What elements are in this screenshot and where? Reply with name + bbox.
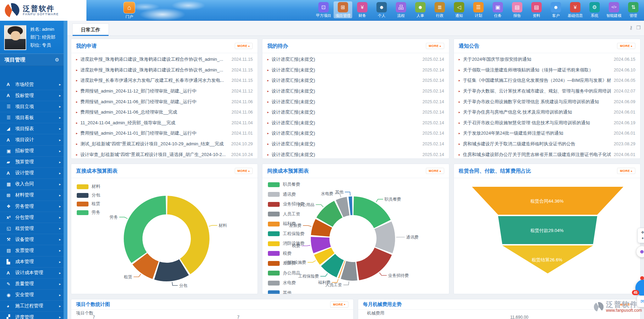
more-button[interactable]: MORE▸ <box>617 43 635 49</box>
list-item[interactable]: ▸设计进度汇报(未提交)2025.02.14 <box>267 118 444 128</box>
list-item[interactable]: ▸于征集《中国建筑施工行业信息化发展报告（2024）—BIM应用与发展》材料..… <box>459 75 635 86</box>
list-item[interactable]: ▸设计进度汇报(未提交)2025.02.14 <box>267 139 444 149</box>
nav-item-5[interactable]: 品流程 <box>392 1 410 18</box>
nav-item-7[interactable]: ≣行政 <box>430 1 449 18</box>
nav-item-12[interactable]: ▤资料 <box>527 1 546 18</box>
list-item[interactable]: ▸进度款申报_长春市伊通河水力发电厂改建工程_长春市伊通河水力发电...2024… <box>76 75 253 86</box>
message-button[interactable]: ✉ <box>637 296 644 307</box>
list-item[interactable]: ▸费用报销_admin_2024-11-12_部门经理审批_胡建,_运行中202… <box>76 86 253 97</box>
sidebar-item-3[interactable]: ☰项目立项▸ <box>0 101 64 112</box>
nav-item-label: 行政 <box>430 13 449 18</box>
tab-daily-work[interactable]: 日常工作 <box>72 23 109 36</box>
sidebar-item-13[interactable]: x²分包管理▸ <box>0 212 64 223</box>
sidebar-item-label: 安全管理 <box>15 292 34 298</box>
nav-item-4[interactable]: ☻个人 <box>372 1 391 18</box>
bullet-icon: ▸ <box>267 89 269 93</box>
nav-item-14[interactable]: ¥基础信息 <box>566 1 585 18</box>
list-item[interactable]: ▸设计审查_彭祖新城"四馆"景观工程设计项目_请选择_胡广生_2024-10-2… <box>76 149 253 159</box>
panel-my-applications: 我的申请 MORE▸ ▸进度款申报_珠海鹤港口建设_珠海鹤港口建设工程合作协议书… <box>71 39 258 159</box>
list-item[interactable]: ▸费用报销_admin_2024-11-06_部门经理审批_胡建,_运行中202… <box>76 96 253 107</box>
more-button[interactable]: MORE▸ <box>235 168 253 174</box>
nav-item-3[interactable]: ¥财务 <box>353 1 372 18</box>
list-item[interactable]: ▸设计进度汇报(未提交)2025.02.14 <box>267 107 444 118</box>
sidebar-item-14[interactable]: ◱租赁管理▸ <box>0 223 64 234</box>
list-item[interactable]: ▸进度款申报_珠海鹤港口建设_珠海鹤港口建设工程合作协议书_admin_...2… <box>76 65 253 76</box>
sidebar-item-16[interactable]: ▤发票管理▸ <box>0 245 64 256</box>
nav-item-17[interactable]: ⇅管理 <box>624 1 643 18</box>
list-item[interactable]: ▸设计进度汇报(未提交)2025.02.14 <box>267 54 444 65</box>
list-item[interactable]: ▸费用报销_admin_2024-11-06_总经理审批__完成2024.11.… <box>76 107 253 118</box>
list-item[interactable]: ▸设计进度汇报(未提交)2025.02.14 <box>267 65 444 76</box>
more-button[interactable]: MORE▸ <box>426 43 444 49</box>
list-item[interactable]: ▸关于领取一级注册建造师增项贴的通知（须持一建证书前来领取）2024.06.10 <box>459 65 635 76</box>
nav-item-2[interactable]: ⊞项目管理 <box>334 1 352 18</box>
list-item[interactable]: ▸费用报销_admin_2024-11-01_部门经理审批_胡建,_运行中202… <box>76 128 253 139</box>
fanpu-watermark-icon <box>594 302 604 312</box>
callout-label: 职员餐费 <box>385 197 401 202</box>
sidebar-item-1[interactable]: A市场经营▸ <box>0 79 64 90</box>
sidebar-item-2[interactable]: A投标管理▸ <box>0 90 64 101</box>
list-item[interactable]: ▸设计进度汇报(未提交)2025.02.14 <box>267 149 444 159</box>
sidebar-item-label: 项目看板 <box>15 115 34 121</box>
list-item[interactable]: ▸关于召开市政公用设施智慧化管理 信息技术与应用培训班的通知2024.06.19 <box>459 118 635 128</box>
list-item[interactable]: ▸设计进度汇报(未提交)2025.02.14 <box>267 96 444 107</box>
nav-item-9[interactable]: ☰计划 <box>469 1 488 18</box>
sidebar-item-6[interactable]: A项目设计▸ <box>0 134 64 145</box>
list-item[interactable]: ▸关于举办市政公用设施数字化管理信息 系统建设与应用培训班的通知2024.06.… <box>459 96 635 107</box>
more-button[interactable]: MORE▸ <box>617 168 635 174</box>
list-item[interactable]: ▸11_2024-11-04_admin_经营部_领导审批__完成2024.11… <box>76 118 253 128</box>
sidebar-item-10[interactable]: ▦收入合同▸ <box>0 179 64 190</box>
lease-icon: ◱ <box>7 226 15 231</box>
list-item[interactable]: ▸设计进度汇报(未提交)2025.02.14 <box>267 128 444 139</box>
sidebar-item-18[interactable]: A设计成本管理▸ <box>0 268 64 279</box>
sidebar-item-11[interactable]: ⊞材料管理▸ <box>0 190 64 201</box>
nav-item-10[interactable]: ▣任务 <box>488 1 507 18</box>
sidebar-item-20[interactable]: ◉安全管理▸ <box>0 290 64 301</box>
nav-item-15[interactable]: ⚙系统 <box>585 1 604 18</box>
list-item[interactable]: ▸关于2024年国庆节放假安排的通知2024.06.15 <box>459 54 635 65</box>
sidebar-item-19[interactable]: ✎质量管理▸ <box>0 279 64 290</box>
list-item[interactable]: ▸关于举办住房与房地产信息化 技术及应用培训班的通知2024.06.01 <box>459 107 635 118</box>
key-icon[interactable]: ⚷ <box>629 25 633 30</box>
legend-item: 通讯费 <box>268 192 305 197</box>
list-item[interactable]: ▸关于发放2024年第24批一级建造师注册证书的通知2024.06.01 <box>459 128 635 139</box>
quality-icon: ✎ <box>7 281 15 287</box>
more-button[interactable]: MORE▸ <box>330 301 348 308</box>
callout-line <box>376 199 383 202</box>
nav-item-6[interactable]: ☻人事 <box>411 1 430 18</box>
nav-item-8[interactable]: ◁通知 <box>450 1 468 18</box>
list-item[interactable]: ▸进度款申报_珠海鹤港口建设_珠海鹤港口建设工程合作协议书_admin_...2… <box>76 54 253 65</box>
callout-line <box>380 273 387 276</box>
sidebar-item-15[interactable]: ⚒设备管理▸ <box>0 234 64 245</box>
sidebar-item-9[interactable]: A设计管理▸ <box>0 168 64 179</box>
sidebar-item-4[interactable]: ☰项目看板▸ <box>0 112 64 123</box>
list-item-date: 2024.11.06 <box>232 99 253 104</box>
fullscreen-icon[interactable]: ❒ <box>636 25 641 30</box>
sidebar-item-5[interactable]: ◢项目报表▸ <box>0 123 64 134</box>
list-item-text: 于征集《中国建筑施工行业信息化发展报告（2024）—BIM应用与发展》材料... <box>463 77 611 84</box>
nav-item-portal[interactable]: ⌂ 门户 <box>122 2 137 19</box>
nav-item-16[interactable]: </>智能建模 <box>605 1 623 18</box>
chevron-right-icon: ▸ <box>631 170 633 173</box>
list-item[interactable]: ▸关于举办大数据、云计算技术在城市建设、规划、管理与服务中的应用培训班...20… <box>459 86 635 97</box>
list-item[interactable]: ▸设计进度汇报(未提交)2025.02.14 <box>267 86 444 97</box>
gear-icon[interactable]: ⚙ <box>55 57 59 62</box>
nav-item-11[interactable]: ▤报告 <box>508 1 526 18</box>
sidebar-item-8[interactable]: ▰预算管理▸ <box>0 157 64 168</box>
list-item[interactable]: ▸设计进度汇报(未提交)2025.02.14 <box>267 75 444 86</box>
more-button[interactable]: MORE▸ <box>235 43 253 49</box>
sidebar-item-17[interactable]: ▙成本管理▸ <box>0 257 64 268</box>
nav-item-label: 任务 <box>488 13 507 18</box>
list-item[interactable]: ▸房和城乡建设厅关于取消二级建造师临时执业证书的公告2023.08.29 <box>459 139 635 149</box>
sidebar-item-21[interactable]: ◕施工过程管理▸ <box>0 301 64 312</box>
more-button[interactable]: MORE▸ <box>426 168 444 174</box>
list-item[interactable]: ▸住房和城乡建设部办公厅关于同意吉林省开展二级建造师注册证书电子化试点...20… <box>459 149 635 159</box>
nav-item-13[interactable]: ☻客户 <box>547 1 565 18</box>
sidebar-item-22[interactable]: ▞进度管理▸ <box>0 312 64 319</box>
floating-consult-button[interactable]: ❖✦ <box>637 228 644 243</box>
my-todos-list: ▸设计进度汇报(未提交)2025.02.14▸设计进度汇报(未提交)2025.0… <box>262 53 449 159</box>
nav-item-1[interactable]: ⊡甲方项目 <box>314 1 333 18</box>
list-item[interactable]: ▸测试_彭祖新城"四馆"景观工程设计项目_2024-10-29_admin_结束… <box>76 139 253 149</box>
sidebar-item-12[interactable]: ❖劳务管理▸ <box>0 201 64 212</box>
sidebar-item-7[interactable]: ▣招标管理▸ <box>0 146 64 157</box>
